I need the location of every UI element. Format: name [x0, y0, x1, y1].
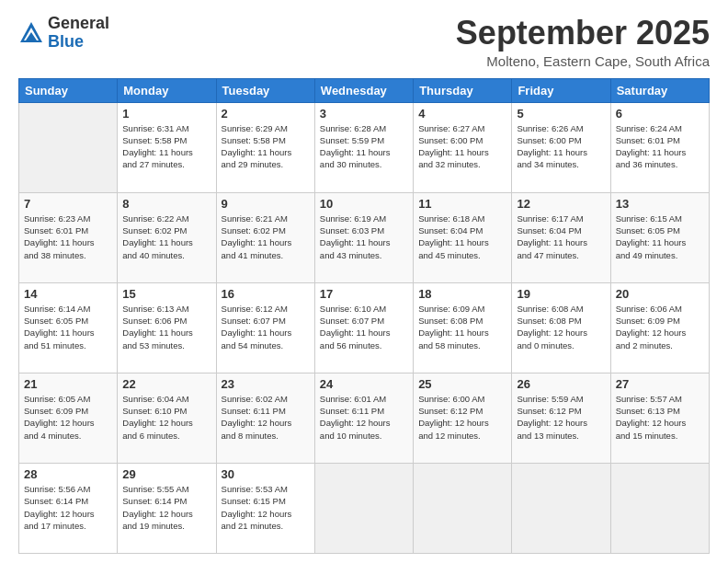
- day-number: 29: [122, 467, 210, 481]
- calendar-cell: 28Sunrise: 5:56 AM Sunset: 6:14 PM Dayli…: [19, 463, 118, 553]
- day-number: 28: [24, 467, 112, 481]
- weekday-header-tuesday: Tuesday: [216, 78, 314, 102]
- calendar-cell: [512, 463, 610, 553]
- title-block: September 2025 Molteno, Eastern Cape, So…: [456, 15, 710, 69]
- calendar-cell: 27Sunrise: 5:57 AM Sunset: 6:13 PM Dayli…: [610, 373, 709, 463]
- calendar-cell: 1Sunrise: 6:31 AM Sunset: 5:58 PM Daylig…: [118, 102, 216, 192]
- logo-text: General Blue: [48, 15, 109, 52]
- cell-info: Sunrise: 6:10 AM Sunset: 6:07 PM Dayligh…: [320, 303, 408, 351]
- day-number: 13: [616, 197, 704, 211]
- day-number: 9: [222, 197, 310, 211]
- cell-info: Sunrise: 6:17 AM Sunset: 6:04 PM Dayligh…: [517, 213, 605, 261]
- cell-info: Sunrise: 6:28 AM Sunset: 5:59 PM Dayligh…: [320, 122, 408, 171]
- calendar-cell: 7Sunrise: 6:23 AM Sunset: 6:01 PM Daylig…: [19, 192, 118, 282]
- calendar-cell: 23Sunrise: 6:02 AM Sunset: 6:11 PM Dayli…: [216, 373, 314, 463]
- day-number: 22: [122, 377, 210, 391]
- cell-info: Sunrise: 6:09 AM Sunset: 6:08 PM Dayligh…: [418, 303, 506, 351]
- cell-info: Sunrise: 6:00 AM Sunset: 6:12 PM Dayligh…: [418, 393, 506, 442]
- calendar-cell: 2Sunrise: 6:29 AM Sunset: 5:58 PM Daylig…: [216, 102, 314, 192]
- cell-info: Sunrise: 6:08 AM Sunset: 6:08 PM Dayligh…: [517, 303, 605, 351]
- cell-info: Sunrise: 6:18 AM Sunset: 6:04 PM Dayligh…: [418, 213, 506, 261]
- day-number: 7: [24, 197, 112, 211]
- logo-blue-text: Blue: [48, 32, 84, 51]
- cell-info: Sunrise: 6:12 AM Sunset: 6:07 PM Dayligh…: [222, 303, 310, 351]
- cell-info: Sunrise: 6:19 AM Sunset: 6:03 PM Dayligh…: [320, 213, 408, 261]
- calendar-cell: 10Sunrise: 6:19 AM Sunset: 6:03 PM Dayli…: [314, 192, 413, 282]
- day-number: 4: [418, 107, 506, 121]
- cell-info: Sunrise: 6:05 AM Sunset: 6:09 PM Dayligh…: [24, 393, 112, 442]
- calendar-cell: 15Sunrise: 6:13 AM Sunset: 6:06 PM Dayli…: [118, 282, 216, 373]
- logo-icon: [18, 20, 44, 46]
- cell-info: Sunrise: 5:55 AM Sunset: 6:14 PM Dayligh…: [122, 483, 210, 532]
- calendar-cell: 29Sunrise: 5:55 AM Sunset: 6:14 PM Dayli…: [118, 463, 216, 553]
- day-number: 6: [616, 107, 704, 121]
- calendar-cell: [19, 102, 118, 192]
- calendar-cell: 14Sunrise: 6:14 AM Sunset: 6:05 PM Dayli…: [19, 282, 118, 373]
- cell-info: Sunrise: 6:13 AM Sunset: 6:06 PM Dayligh…: [122, 303, 210, 351]
- day-number: 18: [418, 287, 506, 301]
- calendar-cell: 17Sunrise: 6:10 AM Sunset: 6:07 PM Dayli…: [314, 282, 413, 373]
- logo: General Blue: [18, 15, 109, 52]
- calendar-cell: 30Sunrise: 5:53 AM Sunset: 6:15 PM Dayli…: [216, 463, 314, 553]
- day-number: 1: [122, 107, 210, 121]
- cell-info: Sunrise: 6:02 AM Sunset: 6:11 PM Dayligh…: [222, 393, 310, 442]
- cell-info: Sunrise: 5:57 AM Sunset: 6:13 PM Dayligh…: [616, 393, 704, 442]
- cell-info: Sunrise: 6:01 AM Sunset: 6:11 PM Dayligh…: [320, 393, 408, 442]
- month-title: September 2025: [456, 15, 710, 52]
- week-row-4: 21Sunrise: 6:05 AM Sunset: 6:09 PM Dayli…: [19, 373, 710, 463]
- weekday-header-wednesday: Wednesday: [314, 78, 413, 102]
- calendar-cell: 20Sunrise: 6:06 AM Sunset: 6:09 PM Dayli…: [610, 282, 709, 373]
- cell-info: Sunrise: 6:26 AM Sunset: 6:00 PM Dayligh…: [517, 122, 605, 171]
- cell-info: Sunrise: 5:56 AM Sunset: 6:14 PM Dayligh…: [24, 483, 112, 532]
- day-number: 17: [320, 287, 408, 301]
- logo-general-text: General: [48, 14, 109, 32]
- day-number: 10: [320, 197, 408, 211]
- cell-info: Sunrise: 6:24 AM Sunset: 6:01 PM Dayligh…: [616, 122, 704, 171]
- calendar-table: SundayMondayTuesdayWednesdayThursdayFrid…: [18, 78, 710, 554]
- day-number: 25: [418, 377, 506, 391]
- day-number: 20: [616, 287, 704, 301]
- weekday-header-saturday: Saturday: [610, 78, 709, 102]
- cell-info: Sunrise: 5:53 AM Sunset: 6:15 PM Dayligh…: [222, 483, 310, 532]
- calendar-cell: 25Sunrise: 6:00 AM Sunset: 6:12 PM Dayli…: [414, 373, 512, 463]
- calendar-cell: 11Sunrise: 6:18 AM Sunset: 6:04 PM Dayli…: [414, 192, 512, 282]
- day-number: 3: [320, 107, 408, 121]
- cell-info: Sunrise: 6:06 AM Sunset: 6:09 PM Dayligh…: [616, 303, 704, 351]
- calendar-cell: 21Sunrise: 6:05 AM Sunset: 6:09 PM Dayli…: [19, 373, 118, 463]
- calendar-cell: 9Sunrise: 6:21 AM Sunset: 6:02 PM Daylig…: [216, 192, 314, 282]
- calendar-cell: 22Sunrise: 6:04 AM Sunset: 6:10 PM Dayli…: [118, 373, 216, 463]
- cell-info: Sunrise: 6:15 AM Sunset: 6:05 PM Dayligh…: [616, 213, 704, 261]
- day-number: 30: [222, 467, 310, 481]
- cell-info: Sunrise: 5:59 AM Sunset: 6:12 PM Dayligh…: [517, 393, 605, 442]
- cell-info: Sunrise: 6:04 AM Sunset: 6:10 PM Dayligh…: [122, 393, 210, 442]
- week-row-2: 7Sunrise: 6:23 AM Sunset: 6:01 PM Daylig…: [19, 192, 710, 282]
- page: General Blue September 2025 Molteno, Eas…: [0, 0, 728, 563]
- weekday-header-sunday: Sunday: [19, 78, 118, 102]
- calendar-header: SundayMondayTuesdayWednesdayThursdayFrid…: [19, 78, 710, 102]
- cell-info: Sunrise: 6:29 AM Sunset: 5:58 PM Dayligh…: [222, 122, 310, 171]
- weekday-header-thursday: Thursday: [414, 78, 512, 102]
- calendar-cell: 5Sunrise: 6:26 AM Sunset: 6:00 PM Daylig…: [512, 102, 610, 192]
- calendar-cell: 8Sunrise: 6:22 AM Sunset: 6:02 PM Daylig…: [118, 192, 216, 282]
- cell-info: Sunrise: 6:22 AM Sunset: 6:02 PM Dayligh…: [122, 213, 210, 261]
- cell-info: Sunrise: 6:14 AM Sunset: 6:05 PM Dayligh…: [24, 303, 112, 351]
- day-number: 2: [222, 107, 310, 121]
- day-number: 16: [222, 287, 310, 301]
- cell-info: Sunrise: 6:21 AM Sunset: 6:02 PM Dayligh…: [222, 213, 310, 261]
- cell-info: Sunrise: 6:27 AM Sunset: 6:00 PM Dayligh…: [418, 122, 506, 171]
- day-number: 12: [517, 197, 605, 211]
- day-number: 5: [517, 107, 605, 121]
- day-number: 24: [320, 377, 408, 391]
- day-number: 15: [122, 287, 210, 301]
- header: General Blue September 2025 Molteno, Eas…: [18, 15, 710, 69]
- calendar-cell: [314, 463, 413, 553]
- calendar-cell: [610, 463, 709, 553]
- calendar-cell: 19Sunrise: 6:08 AM Sunset: 6:08 PM Dayli…: [512, 282, 610, 373]
- week-row-3: 14Sunrise: 6:14 AM Sunset: 6:05 PM Dayli…: [19, 282, 710, 373]
- calendar-cell: 26Sunrise: 5:59 AM Sunset: 6:12 PM Dayli…: [512, 373, 610, 463]
- day-number: 26: [517, 377, 605, 391]
- calendar-cell: 6Sunrise: 6:24 AM Sunset: 6:01 PM Daylig…: [610, 102, 709, 192]
- day-number: 19: [517, 287, 605, 301]
- day-number: 21: [24, 377, 112, 391]
- calendar-cell: 4Sunrise: 6:27 AM Sunset: 6:00 PM Daylig…: [414, 102, 512, 192]
